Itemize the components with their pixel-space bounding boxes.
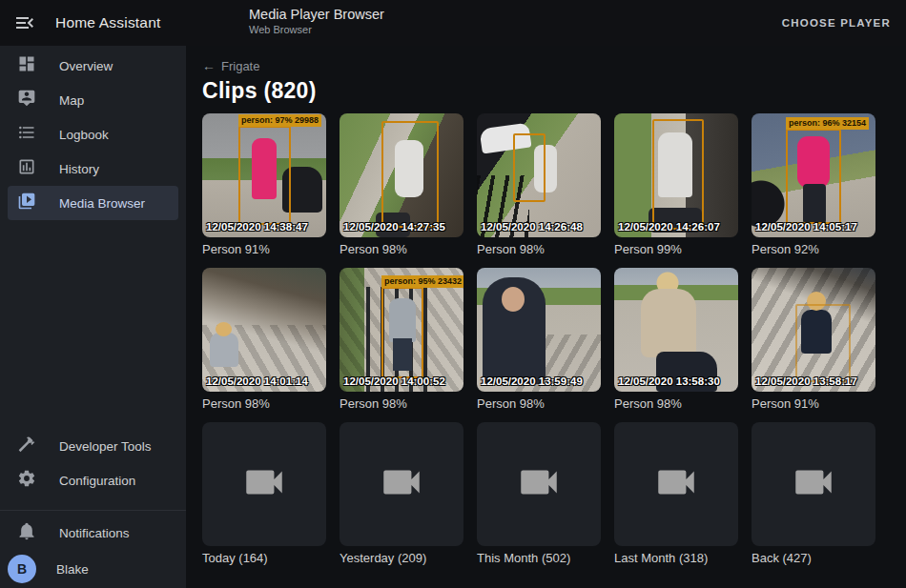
- detection-bbox: [513, 133, 546, 202]
- folder-label: Yesterday (209): [340, 551, 463, 565]
- clip-card: 12/05/2020 13:58:30 Person 98%: [614, 268, 738, 411]
- clip-label: Person 98%: [477, 242, 601, 256]
- clip-thumbnail[interactable]: 12/05/2020 14:26:07: [614, 113, 738, 237]
- sidebar-item-label: Map: [59, 93, 84, 108]
- folder-card-back: Back (427): [752, 422, 875, 565]
- clip-thumbnail[interactable]: 12/05/2020 14:27:35: [340, 113, 463, 237]
- sidebar-item-label: History: [59, 162, 99, 176]
- page-title: Clips (820): [202, 78, 906, 104]
- sidebar-item-logbook[interactable]: Logbook: [8, 117, 178, 152]
- folder-card-this-month: This Month (502): [477, 422, 601, 565]
- sidebar-item-notifications[interactable]: Notifications: [8, 516, 178, 550]
- back-arrow-icon: ←: [202, 58, 216, 73]
- clip-timestamp: 12/05/2020 14:27:35: [343, 221, 445, 233]
- clip-timestamp: 12/05/2020 14:01:14: [206, 375, 308, 387]
- sidebar-item-label: Configuration: [59, 474, 135, 488]
- sidebar-item-configuration[interactable]: Configuration: [8, 463, 178, 497]
- breadcrumb-back-frigate[interactable]: ← Frigate: [202, 58, 259, 73]
- user-avatar: B: [8, 555, 36, 583]
- detection-bbox: person: 97% 29988: [238, 126, 291, 225]
- sidebar-item-map[interactable]: Map: [8, 83, 178, 117]
- sidebar-item-label: Media Browser: [59, 196, 145, 211]
- clip-thumbnail[interactable]: 12/05/2020 13:58:17: [752, 268, 875, 392]
- video-camera-icon: [790, 458, 837, 510]
- chart-box-icon: [8, 157, 36, 180]
- clip-card: 12/05/2020 14:01:14 Person 98%: [202, 268, 326, 411]
- sidebar-divider: [0, 510, 186, 511]
- folder-label: Last Month (318): [614, 551, 738, 565]
- detection-bbox-label: person: 95% 23432: [381, 275, 463, 288]
- user-name: Blake: [56, 562, 89, 577]
- sidebar-item-history[interactable]: History: [8, 152, 178, 186]
- clip-card: 12/05/2020 13:59:49 Person 98%: [477, 268, 601, 411]
- clip-card: person: 96% 32154 12/05/2020 14:05:17 Pe…: [752, 113, 875, 256]
- clip-card: person: 95% 23432 12/05/2020 14:00:52 Pe…: [340, 268, 463, 411]
- clip-timestamp: 12/05/2020 13:58:17: [755, 375, 857, 387]
- folder-card-last-month: Last Month (318): [614, 422, 738, 565]
- gear-icon: [8, 469, 36, 492]
- folder-tile[interactable]: [340, 422, 463, 546]
- hammer-icon: [8, 435, 36, 457]
- clip-timestamp: 12/05/2020 14:05:17: [755, 221, 857, 233]
- clip-thumbnail[interactable]: 12/05/2020 13:58:30: [614, 268, 738, 392]
- folder-tile[interactable]: [752, 422, 875, 546]
- top-bar: Home Assistant Media Player Browser Web …: [0, 0, 906, 46]
- sidebar-item-developer-tools[interactable]: Developer Tools: [8, 429, 178, 463]
- clip-label: Person 98%: [340, 242, 463, 256]
- sidebar-user-profile[interactable]: B Blake: [0, 550, 186, 588]
- clip-thumbnail[interactable]: person: 97% 29988 12/05/2020 14:38:47: [202, 113, 326, 237]
- video-camera-icon: [378, 458, 425, 510]
- clip-timestamp: 12/05/2020 14:26:07: [618, 221, 720, 233]
- folder-tile[interactable]: [477, 422, 601, 546]
- bell-icon: [8, 521, 36, 544]
- clip-card: 12/05/2020 13:58:17 Person 91%: [752, 268, 875, 411]
- menu-open-icon: [13, 21, 36, 37]
- video-camera-icon: [240, 458, 288, 510]
- clip-label: Person 91%: [752, 396, 875, 411]
- folder-tile[interactable]: [614, 422, 738, 546]
- video-camera-icon: [652, 458, 700, 510]
- folder-label: Back (427): [752, 551, 875, 565]
- tooltip-account-icon: [8, 89, 36, 112]
- sidebar-item-label: Overview: [59, 59, 113, 73]
- clip-label: Person 98%: [614, 396, 738, 411]
- clip-timestamp: 12/05/2020 13:59:49: [481, 375, 583, 387]
- media-browser-content: ← Frigate Clips (820) person: 97% 29988 …: [186, 46, 906, 588]
- detection-bbox: person: 96% 32154: [786, 129, 841, 224]
- sidebar: Overview Map Logbook History Media Brows…: [0, 46, 186, 588]
- sidebar-item-media-browser[interactable]: Media Browser: [8, 186, 178, 220]
- clip-label: Person 92%: [752, 242, 875, 256]
- sidebar-bottom: Developer Tools Configuration Notificati…: [0, 429, 186, 588]
- choose-player-button[interactable]: CHOOSE PLAYER: [782, 17, 891, 29]
- clip-label: Person 98%: [340, 396, 463, 411]
- sidebar-item-label: Notifications: [59, 526, 130, 540]
- folder-card-yesterday: Yesterday (209): [340, 422, 463, 565]
- clip-thumbnail[interactable]: 12/05/2020 13:59:49: [477, 268, 601, 392]
- detection-bbox: [795, 304, 851, 382]
- folder-tile[interactable]: [202, 422, 326, 546]
- folder-card-today: Today (164): [202, 422, 326, 565]
- clip-thumbnail[interactable]: person: 96% 32154 12/05/2020 14:05:17: [752, 113, 875, 237]
- clip-card: 12/05/2020 14:27:35 Person 98%: [340, 113, 463, 256]
- panel-subtitle: Web Browser: [249, 24, 384, 35]
- play-box-multiple-icon: [8, 192, 36, 214]
- back-label: Frigate: [221, 59, 259, 73]
- home-assistant-app: Home Assistant Media Player Browser Web …: [0, 0, 906, 588]
- sidebar-nav: Overview Map Logbook History Media Brows…: [0, 46, 186, 220]
- detection-bbox-label: person: 97% 29988: [238, 114, 321, 127]
- detection-bbox-label: person: 96% 32154: [786, 117, 869, 130]
- clip-thumbnail[interactable]: person: 95% 23432 12/05/2020 14:00:52: [340, 268, 463, 392]
- clip-label: Person 98%: [202, 396, 326, 411]
- sidebar-toggle-button[interactable]: [13, 11, 36, 34]
- video-camera-icon: [515, 458, 563, 510]
- view-dashboard-icon: [8, 54, 36, 77]
- clip-timestamp: 12/05/2020 13:58:30: [618, 375, 720, 387]
- clip-thumbnail[interactable]: 12/05/2020 14:26:48: [477, 113, 601, 237]
- clip-timestamp: 12/05/2020 14:38:47: [206, 221, 308, 233]
- sidebar-item-label: Logbook: [59, 128, 109, 142]
- clip-thumbnail[interactable]: 12/05/2020 14:01:14: [202, 268, 326, 392]
- panel-header: Media Player Browser Web Browser: [249, 7, 384, 35]
- clip-card: 12/05/2020 14:26:07 Person 99%: [614, 113, 738, 256]
- clip-label: Person 98%: [477, 396, 601, 411]
- sidebar-item-overview[interactable]: Overview: [8, 49, 178, 83]
